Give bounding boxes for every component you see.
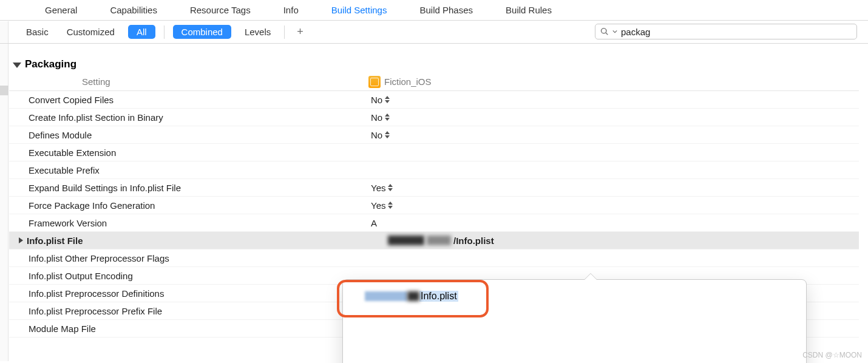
setting-label: Info.plist Output Encoding: [9, 271, 361, 281]
chevron-down-icon[interactable]: [612, 29, 617, 34]
tab-general[interactable]: General: [42, 1, 80, 19]
stepper-icon[interactable]: [388, 201, 394, 209]
setting-label: Info.plist File: [9, 236, 361, 246]
value-edit-popover[interactable]: Info.plist: [342, 279, 807, 363]
filter-combined[interactable]: Combined: [173, 25, 231, 39]
setting-label: Expand Build Settings in Info.plist File: [9, 183, 361, 193]
column-target: Fiction_iOS: [361, 76, 859, 88]
search-icon: [600, 27, 609, 36]
section-title: Packaging: [25, 58, 76, 70]
tab-resource-tags[interactable]: Resource Tags: [188, 1, 253, 19]
stepper-icon[interactable]: [385, 113, 391, 121]
setting-value[interactable]: /Info.plist: [361, 236, 494, 246]
setting-label: Module Map File: [9, 324, 361, 334]
setting-row[interactable]: Framework Version A: [9, 214, 859, 232]
setting-value[interactable]: A: [361, 218, 377, 228]
separator: [284, 25, 285, 39]
section-packaging-header[interactable]: Packaging: [9, 44, 859, 73]
disclosure-triangle-right-icon[interactable]: [19, 237, 23, 243]
redacted-text: [427, 236, 451, 245]
setting-row[interactable]: Expand Build Settings in Info.plist File…: [9, 179, 859, 197]
setting-label: Framework Version: [9, 218, 361, 228]
setting-row-infoplist-file[interactable]: Info.plist File /Info.plist: [9, 232, 859, 249]
setting-row[interactable]: Defines Module No: [9, 126, 859, 144]
disclosure-triangle-down-icon[interactable]: [13, 63, 21, 68]
tab-build-rules[interactable]: Build Rules: [503, 1, 554, 19]
tab-build-settings[interactable]: Build Settings: [329, 1, 390, 19]
stepper-icon[interactable]: [385, 95, 391, 104]
tab-info[interactable]: Info: [281, 1, 301, 19]
stepper-icon[interactable]: [388, 183, 394, 192]
popover-text-field[interactable]: Info.plist: [354, 288, 795, 302]
column-setting: Setting: [9, 76, 361, 87]
setting-value[interactable]: No: [361, 130, 391, 140]
popover-arrow-icon: [585, 274, 597, 280]
setting-value[interactable]: Yes: [361, 200, 394, 211]
setting-row[interactable]: Executable Prefix: [9, 161, 859, 179]
build-settings-filter-bar: Basic Customized All Combined Levels +: [0, 21, 868, 44]
tab-build-phases[interactable]: Build Phases: [417, 1, 475, 19]
redacted-text: [365, 291, 407, 301]
setting-label: Info.plist Preprocessor Prefix File: [9, 306, 361, 316]
setting-row[interactable]: Convert Copied Files No: [9, 91, 859, 109]
selected-text: Info.plist: [419, 291, 458, 302]
target-name: Fiction_iOS: [384, 76, 432, 87]
add-build-setting-button[interactable]: +: [293, 25, 307, 38]
setting-value[interactable]: No: [361, 112, 391, 123]
filter-customized[interactable]: Customized: [62, 24, 120, 39]
setting-row[interactable]: Executable Extension: [9, 144, 859, 161]
setting-label: Convert Copied Files: [9, 95, 361, 105]
filter-basic[interactable]: Basic: [21, 24, 53, 39]
watermark: CSDN @☆MOON: [802, 351, 862, 359]
setting-row[interactable]: Force Package Info Generation Yes: [9, 197, 859, 214]
filter-all[interactable]: All: [128, 25, 155, 39]
tab-capabilities[interactable]: Capabilities: [107, 1, 160, 19]
app-target-icon: [368, 76, 381, 88]
columns-header: Setting Fiction_iOS: [9, 73, 859, 91]
search-field[interactable]: [595, 24, 857, 39]
redacted-text: [388, 236, 424, 245]
setting-label: Force Package Info Generation: [9, 200, 361, 211]
setting-label: Info.plist Preprocessor Definitions: [9, 288, 361, 299]
setting-value[interactable]: Yes: [361, 183, 394, 193]
setting-row[interactable]: Create Info.plist Section in Binary No: [9, 109, 859, 126]
setting-label: Defines Module: [9, 130, 361, 140]
separator: [164, 25, 164, 39]
setting-label: Executable Extension: [9, 148, 361, 158]
setting-label: Executable Prefix: [9, 165, 361, 175]
setting-label: Info.plist Other Preprocessor Flags: [9, 253, 361, 263]
setting-value[interactable]: No: [361, 95, 391, 105]
stepper-icon[interactable]: [385, 131, 391, 139]
setting-row[interactable]: Info.plist Other Preprocessor Flags: [9, 249, 859, 267]
search-input[interactable]: [621, 27, 852, 37]
setting-label: Create Info.plist Section in Binary: [9, 112, 361, 123]
editor-top-tabs: General Capabilities Resource Tags Info …: [0, 0, 868, 21]
redacted-text: [407, 291, 419, 301]
filter-levels[interactable]: Levels: [240, 24, 276, 39]
